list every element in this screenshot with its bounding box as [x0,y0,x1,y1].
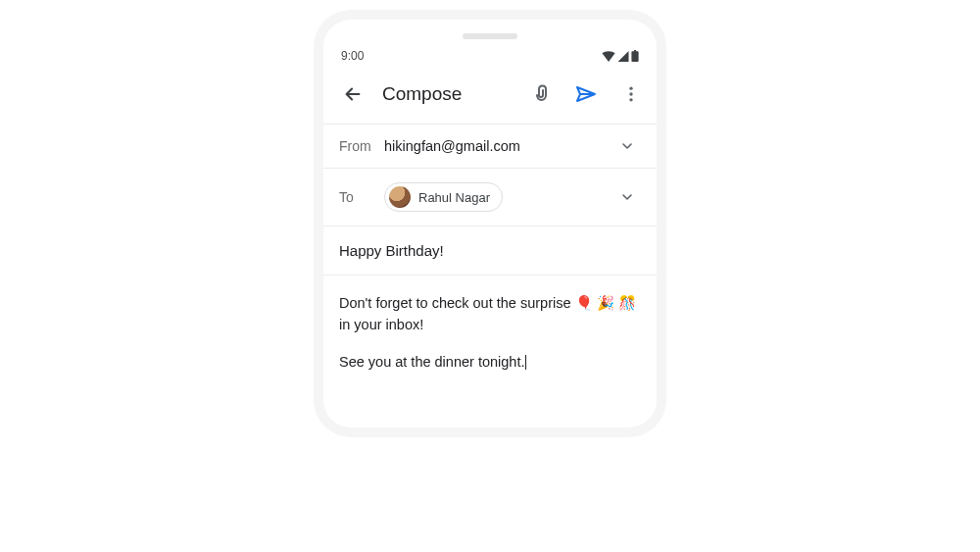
svg-point-4 [629,98,632,101]
appbar-title: Compose [382,83,512,105]
cellular-icon [617,51,629,62]
from-label: From [339,138,384,154]
svg-rect-0 [631,51,638,62]
app-bar: Compose [323,71,657,124]
subject-text: Happy Birthday! [339,242,444,259]
chevron-down-icon [619,138,635,154]
text-cursor [525,355,526,370]
recipient-name: Rahul Nagar [418,190,490,205]
battery-icon [631,50,639,62]
svg-point-3 [629,92,632,95]
wifi-icon [602,51,615,62]
more-vert-icon [621,84,641,104]
paperclip-icon [529,82,553,106]
chevron-down-icon [619,189,635,205]
status-bar: 9:00 [323,45,657,71]
body-paragraph: Don't forget to check out the surprise 🎈… [339,293,641,336]
send-button[interactable] [570,78,602,110]
to-row[interactable]: To Rahul Nagar [323,168,657,226]
recipient-chip[interactable]: Rahul Nagar [384,182,503,212]
to-label: To [339,189,384,205]
body-text: See you at the dinner tonight. [339,354,524,370]
avatar [389,186,411,208]
more-button[interactable] [615,78,647,110]
to-value: Rahul Nagar [384,182,613,212]
status-icons [602,50,639,62]
phone-frame: 9:00 Compose From hikingfan@gmail.com To [323,20,657,427]
svg-rect-1 [634,50,636,52]
body-text: Don't forget to check out the surprise [339,295,571,311]
party-popper-emoji-icon: 🎉 [597,295,614,311]
attach-button[interactable] [525,78,557,110]
body-text: in your inbox! [339,317,423,332]
from-expand-button[interactable] [613,138,641,154]
to-expand-button[interactable] [613,189,641,205]
from-row[interactable]: From hikingfan@gmail.com [323,124,657,168]
body-field[interactable]: Don't forget to check out the surprise 🎈… [323,275,657,427]
subject-field[interactable]: Happy Birthday! [323,226,657,275]
arrow-left-icon [342,83,364,105]
back-button[interactable] [337,78,368,110]
send-icon [574,82,598,106]
body-paragraph: See you at the dinner tonight. [339,352,641,374]
balloon-emoji-icon: 🎈 [575,295,593,311]
svg-point-2 [629,87,632,90]
from-value: hikingfan@gmail.com [384,138,613,154]
confetti-emoji-icon: 🎊 [618,295,636,311]
status-time: 9:00 [341,49,364,63]
phone-speaker [463,33,517,39]
